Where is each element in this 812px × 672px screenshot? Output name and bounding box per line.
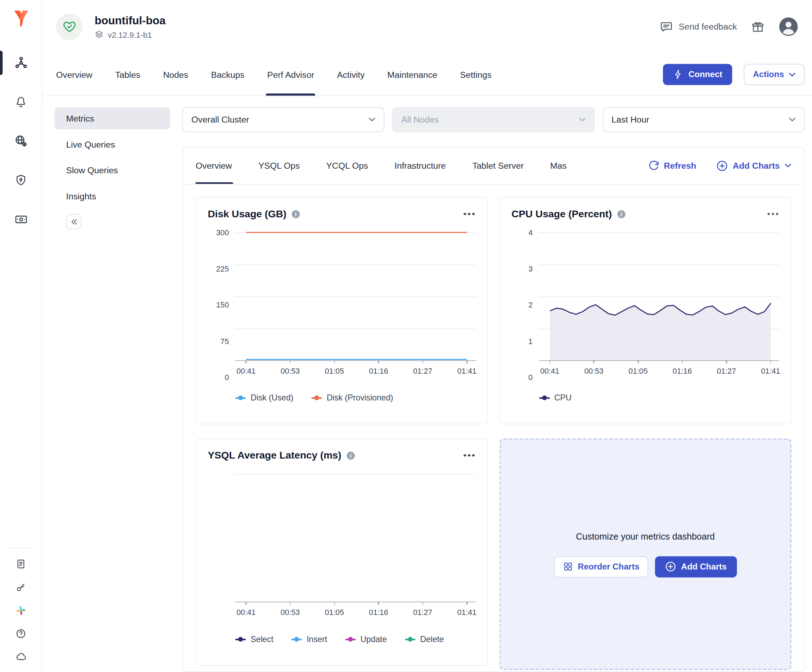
- chart-title: CPU Usage (Percent): [512, 208, 612, 220]
- chart-plot-area: [235, 233, 476, 360]
- metrics-tab-infrastructure[interactable]: Infrastructure: [394, 148, 446, 184]
- slack-icon: [15, 605, 27, 616]
- document-icon: [15, 558, 27, 570]
- sidebar-item-live-queries[interactable]: Live Queries: [55, 133, 171, 155]
- x-tick: [422, 602, 423, 605]
- connect-button[interactable]: Connect: [663, 64, 732, 85]
- tab-overview[interactable]: Overview: [56, 54, 92, 96]
- x-tick-label: 01:05: [325, 367, 344, 375]
- send-feedback-button[interactable]: Send feedback: [660, 20, 737, 34]
- chevron-down-icon: [789, 72, 796, 77]
- legend-item-insert[interactable]: Insert: [292, 635, 328, 644]
- rail-item-clusters[interactable]: [0, 51, 42, 75]
- legend-item-delete[interactable]: Delete: [405, 635, 444, 644]
- rail-item-api-keys[interactable]: [10, 581, 31, 593]
- chart-card-ysql-latency: YSQL Average Latency (ms) 00:: [196, 439, 488, 666]
- legend-item-disk-used[interactable]: Disk (Used): [235, 393, 293, 403]
- tab-settings[interactable]: Settings: [460, 54, 491, 96]
- cluster-header: bountiful-boa v2.12.9.1-b1 Send feedback: [42, 0, 812, 54]
- cloud-icon: [15, 651, 27, 662]
- rail-item-alerts[interactable]: [0, 90, 42, 114]
- rail-item-slack[interactable]: [10, 604, 31, 616]
- metrics-content: Overall Cluster All Nodes Last Hour Ove: [183, 96, 812, 672]
- plus-circle-icon: [665, 561, 677, 572]
- chevron-down-icon: [789, 117, 796, 122]
- legend-marker: [405, 638, 416, 640]
- chart-menu-button[interactable]: [463, 451, 476, 459]
- chart-title: YSQL Average Latency (ms): [208, 450, 341, 461]
- legend-item-select[interactable]: Select: [235, 635, 273, 644]
- cluster-name: bountiful-boa: [95, 14, 165, 27]
- rail-item-cloud-status[interactable]: [10, 651, 31, 662]
- cluster-tab-bar: OverviewTablesNodesBackupsPerf AdvisorAc…: [42, 54, 812, 97]
- legend-marker: [345, 638, 356, 640]
- charts-grid: Disk Usage (GB) 075150225300 0: [183, 185, 804, 672]
- metrics-tab-tablet-server[interactable]: Tablet Server: [472, 148, 524, 184]
- add-charts-tile-button[interactable]: Add Charts: [655, 556, 737, 577]
- body-row: MetricsLive QueriesSlow QueriesInsights …: [42, 96, 812, 672]
- x-tick: [378, 602, 379, 605]
- x-tick-label: 01:05: [628, 367, 647, 375]
- info-icon[interactable]: [346, 451, 355, 460]
- time-range-select[interactable]: Last Hour: [602, 107, 804, 133]
- banknote-icon: [14, 213, 28, 226]
- x-tick-label: 00:53: [281, 608, 300, 617]
- x-tick: [334, 602, 335, 605]
- x-tick-label: 00:41: [540, 367, 559, 375]
- tab-backups[interactable]: Backups: [211, 54, 245, 96]
- legend-item-cpu[interactable]: CPU: [539, 393, 571, 403]
- globe-gear-icon: [14, 134, 28, 148]
- user-avatar[interactable]: [779, 17, 798, 37]
- actions-button[interactable]: Actions: [744, 64, 805, 85]
- x-tick-label: 01:27: [717, 367, 736, 375]
- yugabyte-logo-icon[interactable]: [10, 7, 32, 30]
- x-tick: [334, 360, 335, 364]
- tab-nodes[interactable]: Nodes: [163, 54, 189, 96]
- y-axis: [208, 474, 235, 619]
- chart-menu-button[interactable]: [766, 210, 779, 218]
- info-icon[interactable]: [291, 209, 300, 219]
- legend-item-disk-provisioned[interactable]: Disk (Provisioned): [311, 393, 393, 403]
- tab-activity[interactable]: Activity: [337, 54, 364, 96]
- reorder-charts-button[interactable]: Reorder Charts: [554, 556, 648, 577]
- sidebar-item-insights[interactable]: Insights: [55, 185, 171, 207]
- x-tick: [638, 360, 638, 364]
- refresh-button[interactable]: Refresh: [648, 160, 696, 172]
- collapse-sidebar-button[interactable]: [66, 214, 82, 230]
- tab-perf-advisor[interactable]: Perf Advisor: [267, 54, 314, 96]
- gift-button[interactable]: [751, 20, 765, 34]
- rail-item-help[interactable]: [10, 628, 31, 639]
- tab-maintenance[interactable]: Maintenance: [387, 54, 437, 96]
- perf-advisor-sidebar: MetricsLive QueriesSlow QueriesInsights: [42, 96, 183, 672]
- sidebar-item-metrics[interactable]: Metrics: [55, 107, 171, 129]
- legend-label: Update: [360, 635, 387, 644]
- cluster-scope-select[interactable]: Overall Cluster: [183, 107, 384, 133]
- legend-label: Insert: [307, 635, 327, 644]
- metrics-tab-ycql-ops[interactable]: YCQL Ops: [326, 148, 368, 184]
- refresh-label: Refresh: [664, 161, 696, 171]
- y-axis: 01234: [512, 233, 539, 377]
- rail-item-billing[interactable]: [0, 207, 42, 231]
- connect-label: Connect: [688, 70, 722, 79]
- tab-tables[interactable]: Tables: [115, 54, 141, 96]
- sidebar-item-slow-queries[interactable]: Slow Queries: [55, 159, 171, 181]
- metrics-tab-mas[interactable]: Mas: [550, 148, 567, 184]
- rail-item-security[interactable]: [0, 168, 42, 192]
- legend-item-update[interactable]: Update: [345, 635, 387, 644]
- y-tick-label: 2: [528, 301, 532, 309]
- rail-item-network-access[interactable]: [0, 129, 42, 153]
- y-axis: 075150225300: [208, 233, 235, 377]
- x-tick-label: 01:27: [413, 608, 432, 617]
- metrics-tab-overview[interactable]: Overview: [196, 148, 232, 184]
- add-charts-label: Add Charts: [733, 161, 780, 171]
- rail-item-docs[interactable]: [10, 558, 31, 570]
- x-tick: [770, 360, 771, 364]
- info-icon[interactable]: [617, 209, 626, 219]
- y-tick-label: 150: [216, 301, 229, 309]
- chevron-down-icon: [368, 117, 376, 122]
- chart-menu-button[interactable]: [463, 210, 476, 218]
- add-charts-button[interactable]: Add Charts: [716, 160, 792, 172]
- metrics-tab-bar: OverviewYSQL OpsYCQL OpsInfrastructureTa…: [183, 148, 804, 185]
- metrics-tab-ysql-ops[interactable]: YSQL Ops: [258, 148, 300, 184]
- x-tick-label: 01:41: [761, 367, 780, 375]
